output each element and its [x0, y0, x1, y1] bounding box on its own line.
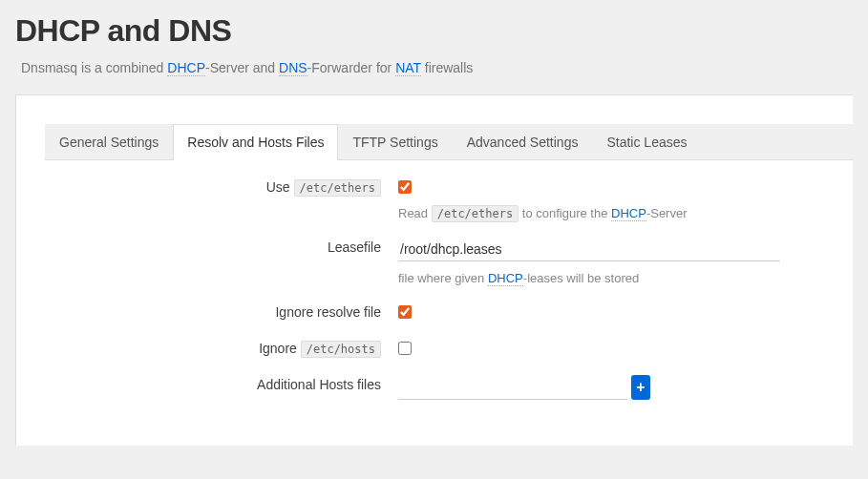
- hint-use-etc-ethers-suffix: -Server: [646, 206, 688, 220]
- label-leasefile: Leasefile: [45, 238, 398, 255]
- hint-leasefile-suffix: -leases will be stored: [523, 271, 639, 285]
- tab-general-settings[interactable]: General Settings: [45, 124, 173, 159]
- hint-use-etc-ethers-prefix: Read: [398, 206, 432, 220]
- tab-advanced-settings[interactable]: Advanced Settings: [453, 124, 593, 159]
- checkbox-ignore-hosts[interactable]: [398, 342, 412, 355]
- label-use-etc-ethers: Use /etc/ethers: [45, 177, 398, 195]
- label-ignore-resolve: Ignore resolve file: [45, 302, 398, 320]
- hint-use-etc-ethers: Read /etc/ethers to configure the DHCP-S…: [398, 206, 824, 220]
- hint-leasefile-link[interactable]: DHCP: [488, 271, 523, 286]
- tab-tftp-settings[interactable]: TFTP Settings: [338, 124, 452, 159]
- page-intro: Dnsmasq is a combined DHCP-Server and DN…: [15, 60, 853, 75]
- hint-leasefile: file where given DHCP-leases will be sto…: [398, 271, 824, 285]
- label-ignore-hosts-code: /etc/hosts: [301, 341, 381, 358]
- checkbox-ignore-resolve[interactable]: [398, 305, 412, 319]
- intro-link-dns[interactable]: DNS: [279, 60, 307, 76]
- intro-text-1: Dnsmasq is a combined: [21, 60, 167, 75]
- add-hosts-button[interactable]: +: [631, 375, 650, 400]
- hint-leasefile-prefix: file where given: [398, 271, 488, 285]
- label-use-etc-ethers-text: Use: [266, 179, 294, 195]
- label-additional-hosts: Additional Hosts files: [45, 375, 398, 392]
- checkbox-use-etc-ethers[interactable]: [398, 180, 412, 194]
- input-additional-hosts[interactable]: [398, 376, 627, 400]
- intro-text-4: firewalls: [421, 60, 473, 75]
- tab-resolv-hosts-files[interactable]: Resolv and Hosts Files: [173, 124, 338, 160]
- intro-link-nat[interactable]: NAT: [395, 60, 421, 76]
- tab-bar: General Settings Resolv and Hosts Files …: [45, 124, 853, 160]
- intro-text-3: -Forwarder for: [307, 60, 396, 75]
- hint-use-etc-ethers-mid: to configure the: [519, 206, 611, 220]
- intro-text-2: -Server and: [205, 60, 279, 75]
- hint-use-etc-ethers-code: /etc/ethers: [432, 205, 519, 222]
- label-use-etc-ethers-code: /etc/ethers: [294, 179, 381, 197]
- input-leasefile[interactable]: [398, 238, 780, 261]
- label-ignore-hosts-text: Ignore: [259, 341, 301, 356]
- hint-use-etc-ethers-link[interactable]: DHCP: [611, 206, 646, 221]
- tab-static-leases[interactable]: Static Leases: [592, 124, 701, 159]
- page-title: DHCP and DNS: [15, 13, 853, 49]
- label-ignore-hosts: Ignore /etc/hosts: [45, 339, 398, 356]
- intro-link-dhcp[interactable]: DHCP: [167, 60, 205, 76]
- settings-panel: General Settings Resolv and Hosts Files …: [15, 94, 853, 446]
